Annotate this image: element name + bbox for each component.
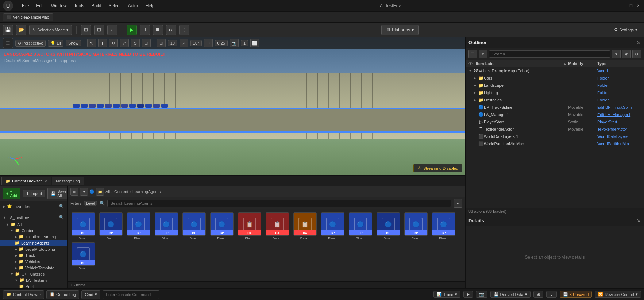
path-learning-agents[interactable]: LearningAgents [132,189,161,194]
tree-row-type[interactable]: Edit BP_TrackSplin [597,105,641,109]
tree-row[interactable]: 🔵LA_Manager1MovableEdit LA_Manager1 [466,111,644,118]
maximize-viewport-button[interactable]: ⬜ [250,39,259,47]
select-tool-button[interactable]: ↖ [87,39,96,47]
camera-speed-button[interactable]: 1 [241,40,248,46]
asset-item[interactable]: 🔵BPBlue... [375,212,401,240]
console-command-input[interactable] [103,290,159,299]
revision-control-button[interactable]: 🔀 Revision Control ▾ [595,291,641,298]
asset-item[interactable]: 🔵BPBlue... [348,212,373,240]
tree-toggle[interactable]: ▶ [474,84,478,87]
path-content[interactable]: Content [114,189,128,194]
viewport[interactable]: ☰ ⊙ Perspective 💡 Lit Show ↖ ✛ ↻ ⤢ ⊕ ⊡ [0,37,465,175]
browse-back-button[interactable]: 📁 [96,188,104,196]
outliner-add-button[interactable]: ⊕ [622,50,631,58]
tree-row[interactable]: ▼🗺VehicleExampleMap (Editor)World [466,67,644,74]
asset-item[interactable]: 🔵BPBlue... [431,212,456,240]
maximize-button[interactable]: ☐ [628,3,634,9]
camera-icon[interactable]: 📷 [230,39,239,47]
file-tab-vehicleexamplemap[interactable]: ⬛ VehicleExampleMap [3,13,53,21]
scale-tool-button[interactable]: ⤢ [120,39,129,47]
output-log-button[interactable]: 📋 Output Log [46,290,79,299]
learning-agents-item[interactable]: 📁 LearningAgents [0,240,67,246]
tree-row-type[interactable]: Edit LA_Manager1 [597,112,641,117]
outliner-view-options[interactable]: ▾ [612,50,621,58]
la-testenv-search-icon[interactable]: 🔍 [59,215,64,220]
tree-row[interactable]: ▷PlayerStartStaticPlayerStart [466,118,644,126]
more-settings-button[interactable]: ⋮ [546,291,557,298]
menu-help[interactable]: Help [143,3,158,9]
tree-toggle[interactable]: ▶ [474,98,478,102]
skip-button[interactable]: ⏭ [166,25,176,35]
path-chevron-button[interactable]: ▾ [80,188,88,196]
tree-toggle[interactable]: ▶ [474,91,478,95]
transform-button[interactable]: ↔ [107,25,117,35]
asset-item[interactable]: 🔵BPBlue... [209,212,235,240]
perspective-button[interactable]: ⊙ Perspective [15,40,46,47]
level-filter-badge[interactable]: Level [84,201,97,206]
asset-item[interactable]: 🔵BPBlue... [70,212,96,240]
la-testenv-cpp-item[interactable]: ▼ 📁 LA_TestEnv [0,277,67,283]
public-item[interactable]: 📁 Public [0,283,67,288]
all-item[interactable]: ▼ 📁 All [0,221,67,227]
tree-row[interactable]: ⬛WorldPartitionMiniMapWorldPartitionMin [466,140,644,147]
la-testenv-header[interactable]: ▼ LA_TestEnv 🔍 [0,214,67,221]
angle-snap-button[interactable]: △ [180,39,188,47]
asset-item[interactable]: 📋DAData... [265,212,290,240]
play-status-icon[interactable]: ▶ [463,291,473,298]
grid-view-button[interactable]: ⊞ [157,39,166,47]
asset-item[interactable]: 🔵BPBlue... [181,212,207,240]
pause-button[interactable]: ⏸ [140,25,150,35]
vehicle-template-item[interactable]: ▶ 📁 VehicleTemplate [0,265,67,271]
grid-size-button[interactable]: 10 [168,40,177,46]
unsaved-badge[interactable]: 💾 3 Unsaved [560,291,592,298]
asset-item[interactable]: 🔵BPBlue... [320,212,346,240]
capture-button[interactable]: 📷 [476,291,487,298]
scale-snap-button[interactable]: ⬚ [204,39,213,47]
play-button[interactable]: ▶ [127,25,137,35]
scale-snap-value-button[interactable]: 0.25 [215,40,228,46]
tree-row[interactable]: ▶📁ObstaclesFolder [466,96,644,104]
outliner-filter-button[interactable]: ☰ [468,50,477,58]
asset-item[interactable]: 📋DAData... [292,212,318,240]
content-item[interactable]: ▼ 📁 Content [0,227,67,234]
outliner-settings-button[interactable]: ⚙ [632,50,641,58]
menu-actor[interactable]: Actor [125,3,141,9]
visibility-icon[interactable]: 👁 [468,61,473,66]
tree-row[interactable]: ▶📁LandscapeFolder [466,82,644,89]
tree-row[interactable]: ⬛WorldDataLayers-1WorldDataLayers [466,133,644,140]
angle-snap-value-button[interactable]: 10° [190,40,202,46]
import-button[interactable]: ⬇ Import [23,190,45,197]
derived-data-button[interactable]: 💾 Derived Data ▾ [490,291,531,298]
multi-tool-button[interactable]: ⊕ [131,39,140,47]
translate-tool-button[interactable]: ✛ [98,39,107,47]
track-item[interactable]: ▶ 📁 Track [0,252,67,258]
stop-button[interactable]: ⏹ [153,25,163,35]
filter-toggle-button[interactable]: ⊞ [70,188,78,196]
tree-row[interactable]: TTextRenderActorMovableTextRenderActor [466,126,644,133]
trace-button[interactable]: 📊 Trace ▾ [433,291,460,298]
menu-build[interactable]: Build [89,3,104,9]
close-button[interactable]: ✕ [635,3,641,9]
menu-select[interactable]: Select [105,3,123,9]
outliner-close[interactable]: ✕ [637,40,641,46]
vehicles-item[interactable]: ▶ 📁 Vehicles [0,258,67,265]
rotate-tool-button[interactable]: ↻ [109,39,118,47]
viewport-menu-button[interactable]: ☰ [3,38,13,48]
settings-button[interactable]: ⚙ Settings ▾ [610,26,641,34]
lit-button[interactable]: 💡 Lit [48,40,63,47]
favorites-search-icon[interactable]: 🔍 [59,204,64,209]
asset-item[interactable]: 🔵BPBlue... [154,212,179,240]
asset-item[interactable]: 🔵BPBlue... [126,212,151,240]
tree-row[interactable]: ▶📁LightingFolder [466,89,644,96]
path-all[interactable]: All [105,189,110,194]
cmd-dropdown[interactable]: Cmd ▾ [81,290,100,299]
asset-item[interactable]: 📋DABlac... [237,212,262,240]
search-input[interactable] [107,200,451,207]
save-button[interactable]: 💾 [3,25,13,35]
menu-window[interactable]: Window [48,3,70,9]
outliner-options-button[interactable]: ▾ [479,50,487,58]
level-prototyping-item[interactable]: ▶ 📁 LevelPrototyping [0,246,67,252]
menu-tools[interactable]: Tools [71,3,87,9]
cpp-classes-item[interactable]: ▼ 📁 C++ Classes [0,271,67,277]
asset-item[interactable]: 🔵BPBlue... [70,242,96,270]
